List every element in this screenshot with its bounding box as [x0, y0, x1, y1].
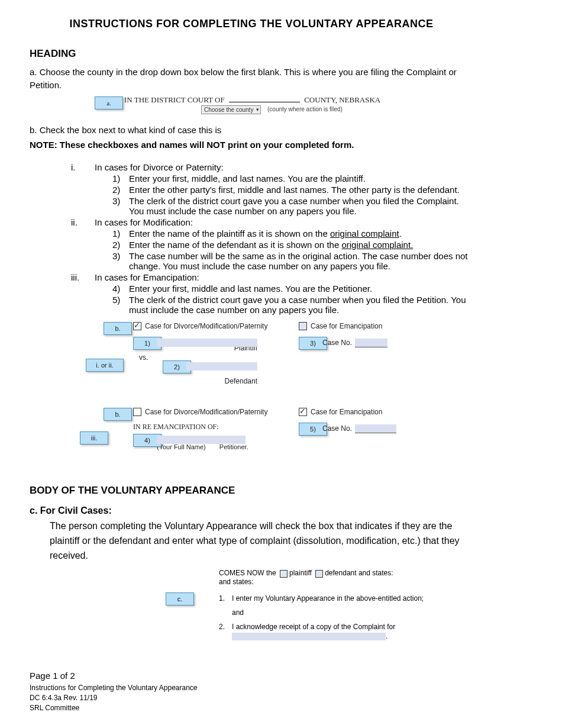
c-text: The person completing the Voluntary Appe… — [50, 519, 473, 563]
c-and: and — [219, 608, 456, 617]
caseno-field-1[interactable] — [355, 339, 387, 347]
c-2-n: 2. — [219, 623, 232, 631]
fig1-suffix: COUNTY, NEBRASKA — [304, 95, 380, 104]
complaint-type-field[interactable] — [232, 633, 386, 640]
ii-1-n: 1) — [112, 228, 129, 239]
iii-4-n: 4) — [112, 284, 129, 294]
plaintiff-opt: plaintiff — [289, 569, 312, 577]
fig1-hint: (county where action is filed) — [267, 106, 343, 112]
yourname-hint: (Your Full Name) — [157, 443, 206, 450]
ii-3-t: The case number will be the same as in t… — [129, 251, 473, 271]
doc-title: INSTRUCTIONS FOR COMPLETING THE VOLUNTAR… — [30, 18, 473, 30]
defendant-label: Defendant — [133, 377, 281, 385]
footer-line2: DC 6:4.3a Rev. 11/19 — [30, 693, 473, 703]
cb2-label-1: Case for Emancipation — [311, 322, 382, 330]
plaintiff-name-field[interactable] — [157, 339, 257, 347]
petitioner-label: Petitioner. — [219, 443, 248, 450]
cb1-label-1: Case for Divorce/Modification/Paternity — [145, 322, 267, 330]
defendant-opt: defendant and states: — [325, 569, 393, 577]
checkbox-defendant[interactable] — [315, 570, 323, 578]
roman-ii-text: In cases for Modification: — [95, 217, 193, 227]
callout-b-2: b. — [104, 408, 132, 421]
county-dropdown[interactable]: Choose the county — [201, 105, 261, 114]
instruction-b: b. Check the box next to what kind of ca… — [30, 124, 473, 137]
cb1-label-2: Case for Divorce/Modification/Paternity — [145, 408, 267, 416]
checkbox-emancipation-1[interactable] — [299, 322, 307, 330]
callout-b-1: b. — [104, 322, 132, 335]
roman-i-text: In cases for Divorce or Paternity: — [95, 162, 224, 172]
figure-a-district-court: a. IN THE DISTRICT COURT OF COUNTY, NEBR… — [95, 95, 473, 117]
ii-2-n: 2) — [112, 240, 129, 250]
defendant-name-field[interactable] — [186, 362, 257, 371]
c-1-n: 1. — [219, 594, 232, 603]
i-3-t: The clerk of the district court gave you… — [129, 196, 473, 216]
ii-3-n: 3) — [112, 251, 129, 261]
c-2-t: I acknowledge receipt of a copy of the C… — [232, 623, 395, 631]
caseno-field-2[interactable] — [355, 424, 396, 433]
heading-section-label: HEADING — [30, 48, 473, 60]
inre-label: IN RE EMANCIPATION OF: — [133, 423, 281, 431]
body-section-label: BODY OF THE VOLUNTARY APPEARANCE — [30, 485, 473, 497]
callout-a: a. — [95, 96, 123, 109]
callout-iii: iii. — [80, 431, 108, 444]
figure-b-emancipation: b. iii. Case for Divorce/Modification/Pa… — [86, 408, 417, 461]
i-1-t: Enter your first, middle, and last names… — [129, 173, 473, 183]
c-heading: c. For Civil Cases: — [30, 505, 473, 516]
roman-ii-label: ii. — [71, 217, 95, 227]
i-2-t: Enter the other party's first, middle an… — [129, 185, 473, 195]
checkbox-divorce-2[interactable] — [133, 408, 141, 416]
footer-line3: SRL Committee — [30, 703, 473, 713]
i-1-n: 1) — [112, 173, 129, 183]
checkbox-plaintiff[interactable] — [280, 570, 288, 578]
fig1-prefix: IN THE DISTRICT COURT OF — [124, 95, 225, 104]
callout-c: c. — [166, 592, 194, 605]
callout-i-or-ii: i. or ii. — [86, 359, 124, 372]
vs-label: vs. — [139, 353, 148, 362]
caseno-label-1: Case No. — [322, 339, 352, 347]
petitioner-name-field[interactable] — [157, 436, 246, 444]
checkbox-divorce-1[interactable] — [133, 322, 141, 330]
instruction-a: a. Choose the county in the drop down bo… — [30, 66, 473, 92]
c-1-t: I enter my Voluntary Appearance in the a… — [232, 594, 424, 603]
figure-c-civil: c. COMES NOW the plaintiff defendant and… — [166, 569, 461, 646]
comes-now: COMES NOW the — [219, 569, 276, 577]
roman-i-label: i. — [71, 162, 95, 172]
ii-1-t: Enter the name of the plaintiff as it is… — [129, 228, 473, 239]
fig1-blank — [229, 102, 300, 102]
note-checkboxes: NOTE: These checkboxes and names will NO… — [30, 138, 473, 152]
and-states: and states: — [219, 578, 456, 586]
caseno-label-2: Case No. — [322, 424, 352, 433]
iii-4-t: Enter your first, middle and last names.… — [129, 284, 473, 294]
iii-5-t: The clerk of the district court gave you… — [129, 295, 473, 315]
roman-iii-text: In cases for Emancipation: — [95, 272, 199, 282]
i-3-n: 3) — [112, 196, 129, 206]
figure-b-divorce: b. i. or ii. Case for Divorce/Modificati… — [86, 322, 417, 396]
checkbox-emancipation-2[interactable] — [299, 408, 307, 416]
i-2-n: 2) — [112, 185, 129, 195]
roman-iii-label: iii. — [71, 272, 95, 282]
page-number: Page 1 of 2 — [30, 669, 473, 682]
page-footer: Page 1 of 2 Instructions for Completing … — [30, 669, 473, 713]
footer-line1: Instructions for Completing the Voluntar… — [30, 683, 473, 693]
cb2-label-2: Case for Emancipation — [311, 408, 382, 416]
ii-2-t: Enter the name of the defendant as it is… — [129, 240, 473, 250]
iii-5-n: 5) — [112, 295, 129, 305]
